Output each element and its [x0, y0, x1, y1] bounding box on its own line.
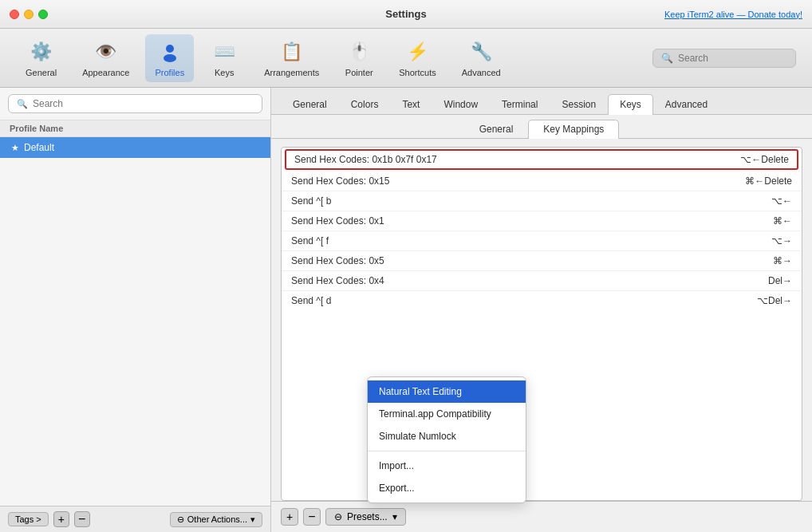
- tab-keys[interactable]: Keys: [608, 94, 653, 115]
- right-panel: General Colors Text Window Terminal Sess…: [271, 88, 812, 532]
- tab-terminal[interactable]: Terminal: [490, 94, 550, 114]
- keymap-row[interactable]: Send Hex Codes: 0x1b 0x7f 0x17 ⌥←Delete: [285, 149, 798, 170]
- main-tabs: General Colors Text Window Terminal Sess…: [271, 88, 812, 115]
- tab-advanced[interactable]: Advanced: [653, 94, 719, 114]
- keymap-shortcut: ⌘←: [773, 215, 792, 227]
- tab-window[interactable]: Window: [432, 94, 490, 114]
- keymap-row[interactable]: Send ^[ b ⌥←: [282, 191, 802, 211]
- arrangements-icon: 📋: [279, 39, 305, 65]
- profile-item-label: Default: [24, 142, 54, 153]
- keymap-shortcut: ⌥Del→: [757, 295, 792, 306]
- sidebar-search-input[interactable]: [33, 98, 254, 109]
- sidebar-column-header: Profile Name: [0, 120, 270, 137]
- keymap-row[interactable]: Send Hex Codes: 0x5 ⌘→: [282, 251, 802, 271]
- dropdown-item-export[interactable]: Export...: [368, 477, 526, 499]
- titlebar: Settings Keep iTerm2 alive — Donate toda…: [0, 0, 812, 29]
- remove-keymap-button[interactable]: −: [303, 508, 321, 526]
- dropdown-item-simulate-numlock[interactable]: Simulate Numlock: [368, 425, 526, 447]
- donate-link[interactable]: Keep iTerm2 alive — Donate today!: [664, 10, 802, 19]
- add-profile-button[interactable]: +: [53, 511, 69, 527]
- keymap-row[interactable]: Send Hex Codes: 0x1 ⌘←: [282, 211, 802, 231]
- keymap-shortcut: ⌥←: [771, 195, 792, 207]
- toolbar-profiles[interactable]: Profiles: [145, 34, 194, 82]
- keymap-action: Send Hex Codes: 0x1: [291, 215, 384, 227]
- appearance-icon: 👁️: [93, 39, 119, 65]
- toolbar-arrangements[interactable]: 📋 Arrangements: [254, 34, 329, 82]
- sidebar: 🔍 Profile Name ★ Default Tags > + − ⊖ Ot…: [0, 88, 271, 532]
- search-icon: 🔍: [661, 53, 673, 64]
- keymap-shortcut: Del→: [768, 275, 792, 286]
- presets-chevron-icon: ▾: [392, 511, 397, 522]
- keymap-action: Send Hex Codes: 0x5: [291, 255, 384, 266]
- keymap-shortcut: ⌥←Delete: [740, 154, 789, 165]
- profiles-icon: [157, 39, 183, 65]
- presets-button[interactable]: ⊖ Presets... ▾: [325, 508, 406, 526]
- dropdown-item-natural-text[interactable]: Natural Text Editing: [368, 380, 526, 403]
- toolbar-appearance-label: Appearance: [82, 68, 129, 77]
- keymap-action: Send Hex Codes: 0x15: [291, 175, 389, 187]
- close-button[interactable]: [10, 10, 19, 19]
- tab-text[interactable]: Text: [390, 94, 432, 114]
- keymap-row[interactable]: Send ^[ d ⌥Del→: [282, 291, 802, 310]
- keymaps-list: Send Hex Codes: 0x1b 0x7f 0x17 ⌥←Delete …: [281, 147, 802, 501]
- keymap-action: Send ^[ f: [291, 235, 329, 246]
- keymap-shortcut: ⌘←Delete: [745, 175, 792, 187]
- tab-colors[interactable]: Colors: [339, 94, 391, 114]
- sidebar-search-icon: 🔍: [17, 99, 28, 109]
- toolbar-shortcuts[interactable]: ⚡ Shortcuts: [389, 34, 445, 82]
- keymap-action: Send Hex Codes: 0x1b 0x7f 0x17: [294, 154, 437, 165]
- other-actions-label: Other Actions...: [187, 514, 247, 524]
- shortcuts-icon: ⚡: [404, 39, 430, 65]
- toolbar: ⚙️ General 👁️ Appearance Profiles ⌨️ Key…: [0, 29, 812, 88]
- toolbar-search-input[interactable]: [678, 53, 787, 64]
- window-title: Settings: [385, 8, 426, 20]
- advanced-icon: 🔧: [468, 39, 494, 65]
- keymap-row[interactable]: Send ^[ f ⌥→: [282, 231, 802, 251]
- other-actions-button[interactable]: ⊖ Other Actions... ▾: [170, 512, 262, 527]
- toolbar-pointer-label: Pointer: [345, 68, 373, 77]
- keymap-row[interactable]: Send Hex Codes: 0x4 Del→: [282, 271, 802, 291]
- tab-session[interactable]: Session: [550, 94, 608, 114]
- subtab-keymappings[interactable]: Key Mappings: [528, 120, 619, 139]
- sub-tabs: General Key Mappings: [271, 115, 812, 139]
- tab-general[interactable]: General: [281, 94, 339, 114]
- remove-profile-button[interactable]: −: [74, 511, 90, 527]
- toolbar-pointer[interactable]: 🖱️ Pointer: [335, 34, 383, 82]
- star-icon: ★: [11, 143, 19, 153]
- presets-dropdown: Natural Text Editing Terminal.app Compat…: [367, 376, 526, 503]
- toolbar-appearance[interactable]: 👁️ Appearance: [73, 34, 139, 82]
- sidebar-search-box: 🔍: [8, 94, 262, 113]
- profile-item-default[interactable]: ★ Default: [0, 137, 270, 158]
- add-keymap-button[interactable]: +: [281, 508, 298, 526]
- keymap-action: Send ^[ b: [291, 195, 331, 207]
- sidebar-search-area: 🔍: [0, 88, 270, 120]
- panel-footer: + − ⊖ Presets... ▾ Natural Text Editing …: [271, 501, 812, 532]
- presets-icon: ⊖: [334, 511, 342, 522]
- minimize-button[interactable]: [24, 10, 34, 19]
- main-content: 🔍 Profile Name ★ Default Tags > + − ⊖ Ot…: [0, 88, 812, 532]
- tags-button[interactable]: Tags >: [8, 512, 49, 526]
- pointer-icon: 🖱️: [346, 39, 372, 65]
- toolbar-search-box: 🔍: [652, 49, 796, 68]
- toolbar-general[interactable]: ⚙️ General: [16, 34, 66, 82]
- sidebar-footer: Tags > + − ⊖ Other Actions... ▾: [0, 506, 270, 532]
- toolbar-keys-label: Keys: [215, 68, 234, 77]
- dropdown-item-import[interactable]: Import...: [368, 455, 526, 477]
- dropdown-divider: [368, 451, 526, 451]
- toolbar-shortcuts-label: Shortcuts: [399, 68, 436, 77]
- toolbar-arrangements-label: Arrangements: [264, 68, 319, 77]
- toolbar-advanced[interactable]: 🔧 Advanced: [452, 34, 510, 82]
- presets-label: Presets...: [347, 511, 388, 522]
- toolbar-keys[interactable]: ⌨️ Keys: [200, 34, 248, 82]
- keymap-action: Send Hex Codes: 0x4: [291, 275, 384, 286]
- other-actions-icon: ⊖: [177, 514, 184, 525]
- keymap-action: Send ^[ d: [291, 295, 331, 306]
- keymap-shortcut: ⌘→: [773, 255, 792, 266]
- keymap-shortcut: ⌥→: [771, 235, 792, 246]
- dropdown-item-terminal-compat[interactable]: Terminal.app Compatibility: [368, 403, 526, 425]
- subtab-general[interactable]: General: [464, 120, 529, 138]
- keymap-row[interactable]: Send Hex Codes: 0x15 ⌘←Delete: [282, 171, 802, 191]
- sidebar-profile-list: ★ Default: [0, 137, 270, 506]
- toolbar-advanced-label: Advanced: [462, 68, 501, 77]
- maximize-button[interactable]: [38, 10, 48, 19]
